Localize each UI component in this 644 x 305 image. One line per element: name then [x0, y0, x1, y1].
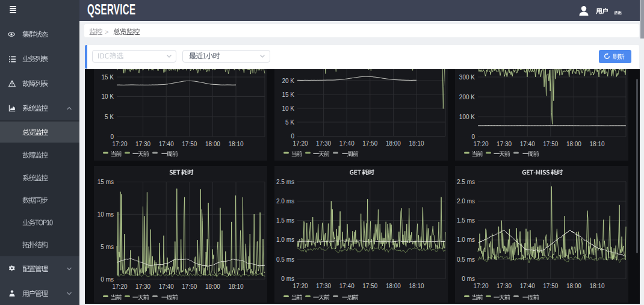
svg-text:17:40: 17:40: [520, 141, 535, 147]
svg-text:15 ms: 15 ms: [98, 179, 114, 185]
svg-text:17:40: 17:40: [159, 283, 174, 290]
svg-text:1.0 ms: 1.0 ms: [276, 236, 294, 243]
svg-text:0 ms: 0 ms: [101, 276, 114, 283]
svg-text:0: 0: [472, 134, 475, 140]
svg-text:17:50: 17:50: [182, 283, 197, 290]
svg-text:18:00: 18:00: [205, 283, 220, 290]
svg-text:2.0 ms: 2.0 ms: [276, 198, 294, 205]
svg-text:17:30: 17:30: [135, 283, 150, 290]
svg-text:17:20: 17:20: [474, 283, 489, 289]
svg-text:18:10: 18:10: [409, 283, 424, 289]
svg-text:18:10: 18:10: [228, 141, 243, 147]
svg-text:17:20: 17:20: [474, 141, 489, 147]
svg-text:1.0 ms: 1.0 ms: [457, 236, 475, 243]
svg-text:1.5 ms: 1.5 ms: [457, 217, 475, 224]
svg-text:300 K: 300 K: [459, 74, 475, 81]
svg-text:17:20: 17:20: [112, 141, 127, 147]
svg-text:17:30: 17:30: [497, 283, 512, 289]
svg-text:5 ms: 5 ms: [101, 244, 114, 250]
svg-text:18:10: 18:10: [409, 140, 424, 147]
svg-text:17:20: 17:20: [293, 283, 308, 289]
svg-text:2.5 ms: 2.5 ms: [457, 179, 475, 185]
svg-text:0: 0: [110, 134, 114, 140]
svg-text:5 K: 5 K: [285, 119, 294, 126]
svg-text:0 ms: 0 ms: [282, 276, 295, 282]
svg-text:17:20: 17:20: [293, 140, 308, 147]
svg-text:18:00: 18:00: [386, 283, 401, 289]
svg-text:17:50: 17:50: [363, 140, 378, 147]
svg-text:17:30: 17:30: [497, 141, 512, 147]
svg-text:18:00: 18:00: [566, 283, 581, 289]
svg-text:18:00: 18:00: [386, 140, 401, 147]
svg-text:0: 0: [291, 133, 295, 140]
svg-text:18:00: 18:00: [205, 141, 220, 147]
svg-text:20 K: 20 K: [282, 78, 295, 84]
svg-text:18:00: 18:00: [566, 141, 581, 147]
svg-text:15 K: 15 K: [101, 74, 114, 81]
svg-text:17:40: 17:40: [339, 283, 355, 289]
svg-text:17:30: 17:30: [316, 140, 331, 147]
svg-text:18:10: 18:10: [228, 283, 243, 290]
svg-text:1.5 ms: 1.5 ms: [276, 217, 294, 224]
svg-text:10 ms: 10 ms: [98, 211, 114, 218]
svg-text:10 K: 10 K: [282, 105, 295, 112]
svg-text:100 K: 100 K: [459, 114, 475, 120]
svg-text:10 K: 10 K: [101, 93, 114, 100]
svg-text:0 ms: 0 ms: [462, 276, 475, 282]
svg-text:17:50: 17:50: [543, 283, 559, 289]
svg-text:18:10: 18:10: [590, 141, 605, 147]
svg-text:17:40: 17:40: [339, 140, 355, 147]
svg-text:17:40: 17:40: [159, 141, 174, 147]
svg-text:17:30: 17:30: [316, 283, 331, 289]
svg-text:2.0 ms: 2.0 ms: [457, 198, 475, 205]
svg-text:17:40: 17:40: [520, 283, 535, 289]
svg-text:2.5 ms: 2.5 ms: [276, 179, 294, 185]
svg-text:15 K: 15 K: [282, 91, 295, 98]
svg-text:17:20: 17:20: [112, 283, 127, 290]
svg-text:5 K: 5 K: [105, 114, 114, 120]
svg-text:17:50: 17:50: [182, 141, 197, 147]
svg-text:0.5 ms: 0.5 ms: [457, 256, 475, 263]
svg-text:0.5 ms: 0.5 ms: [276, 256, 294, 263]
svg-text:17:30: 17:30: [135, 141, 150, 147]
svg-text:200 K: 200 K: [459, 94, 475, 100]
svg-text:17:50: 17:50: [363, 283, 378, 289]
svg-text:17:50: 17:50: [543, 141, 559, 147]
svg-text:18:10: 18:10: [590, 283, 605, 289]
